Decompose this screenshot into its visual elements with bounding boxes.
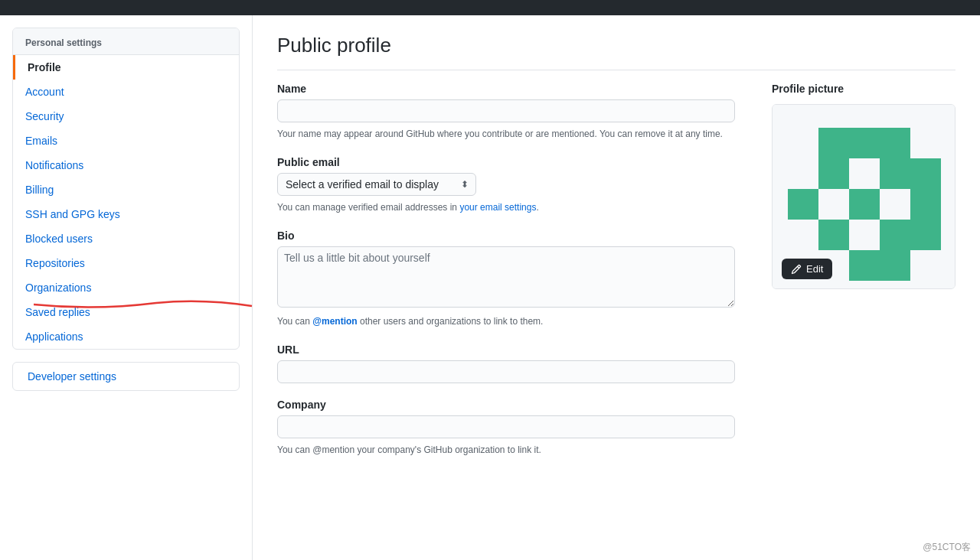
company-hint: You can @mention your company's GitHub o… bbox=[277, 443, 735, 457]
company-input[interactable] bbox=[277, 415, 735, 438]
svg-rect-11 bbox=[880, 189, 910, 220]
sidebar-item-account[interactable]: Account bbox=[13, 80, 239, 104]
svg-rect-4 bbox=[818, 158, 849, 189]
sidebar-item-notifications[interactable]: Notifications bbox=[13, 153, 239, 177]
svg-rect-15 bbox=[880, 220, 910, 250]
main-content: Public profile Name Your name may appear… bbox=[253, 15, 980, 560]
email-hint-prefix: You can manage verified email addresses … bbox=[277, 202, 459, 213]
sidebar-item-organizations[interactable]: Organizations bbox=[13, 275, 239, 300]
profile-picture-section: Profile picture bbox=[772, 83, 956, 472]
sidebar-item-saved-replies[interactable]: Saved replies bbox=[13, 300, 239, 324]
sidebar-personal-settings-header: Personal settings bbox=[13, 28, 239, 55]
url-input[interactable] bbox=[277, 360, 735, 383]
svg-rect-13 bbox=[818, 220, 849, 250]
public-email-group: Public email Select a verified email to … bbox=[277, 156, 735, 214]
pencil-icon bbox=[791, 264, 802, 275]
svg-rect-18 bbox=[880, 250, 910, 281]
edit-profile-picture-button[interactable]: Edit bbox=[782, 259, 832, 279]
svg-rect-8 bbox=[788, 189, 818, 220]
page-title: Public profile bbox=[277, 34, 956, 70]
sidebar-item-billing[interactable]: Billing bbox=[13, 177, 239, 202]
email-settings-link[interactable]: your email settings bbox=[459, 202, 536, 213]
sidebar-item-ssh-gpg[interactable]: SSH and GPG keys bbox=[13, 202, 239, 226]
svg-rect-6 bbox=[880, 158, 910, 189]
name-label: Name bbox=[277, 83, 735, 95]
name-group: Name Your name may appear around GitHub … bbox=[277, 83, 735, 141]
sidebar-item-applications[interactable]: Applications bbox=[13, 324, 239, 349]
svg-rect-7 bbox=[910, 158, 941, 189]
form-section: Name Your name may appear around GitHub … bbox=[277, 83, 956, 472]
bio-hint-suffix: other users and organizations to link to… bbox=[358, 316, 544, 327]
sidebar-item-profile[interactable]: Profile bbox=[13, 55, 239, 80]
email-hint: You can manage verified email addresses … bbox=[277, 200, 735, 214]
url-label: URL bbox=[277, 343, 735, 356]
sidebar-item-security[interactable]: Security bbox=[13, 104, 239, 129]
company-group: Company You can @mention your company's … bbox=[277, 399, 735, 457]
form-left: Name Your name may appear around GitHub … bbox=[277, 83, 735, 472]
bio-hint-prefix: You can bbox=[277, 316, 312, 327]
svg-rect-1 bbox=[818, 128, 849, 158]
name-hint-text: Your name may appear around GitHub where… bbox=[277, 129, 723, 139]
company-label: Company bbox=[277, 399, 735, 411]
email-select-wrapper: Select a verified email to display ⬍ bbox=[277, 173, 476, 196]
name-input[interactable] bbox=[277, 99, 735, 122]
svg-rect-14 bbox=[849, 220, 880, 250]
public-email-label: Public email bbox=[277, 156, 735, 168]
svg-rect-16 bbox=[910, 220, 941, 250]
mention-highlight: @mention bbox=[312, 316, 357, 327]
sidebar-personal-settings-section: Personal settings Profile Account Securi… bbox=[12, 28, 240, 350]
svg-rect-2 bbox=[849, 128, 880, 158]
name-hint: Your name may appear around GitHub where… bbox=[277, 127, 735, 141]
edit-button-label: Edit bbox=[806, 263, 823, 275]
sidebar-item-developer-settings[interactable]: Developer settings bbox=[13, 363, 239, 390]
svg-rect-12 bbox=[910, 189, 941, 220]
top-bar bbox=[0, 0, 980, 15]
bio-group: Bio You can @mention other users and org… bbox=[277, 230, 735, 328]
sidebar: Personal settings Profile Account Securi… bbox=[0, 15, 253, 560]
svg-rect-5 bbox=[849, 158, 880, 189]
sidebar-item-repositories[interactable]: Repositories bbox=[13, 251, 239, 275]
profile-picture-label: Profile picture bbox=[772, 83, 956, 95]
svg-rect-10 bbox=[849, 189, 880, 220]
svg-rect-17 bbox=[849, 250, 880, 281]
url-group: URL bbox=[277, 343, 735, 383]
email-select[interactable]: Select a verified email to display bbox=[277, 173, 476, 196]
profile-picture-container: Edit bbox=[772, 104, 956, 289]
watermark: @51CTO客 bbox=[923, 541, 971, 554]
svg-rect-9 bbox=[818, 189, 849, 220]
bio-label: Bio bbox=[277, 230, 735, 242]
bio-input[interactable] bbox=[277, 246, 735, 308]
svg-rect-3 bbox=[880, 128, 910, 158]
bio-hint: You can @mention other users and organiz… bbox=[277, 314, 735, 328]
sidebar-item-blocked-users[interactable]: Blocked users bbox=[13, 226, 239, 251]
email-hint-suffix: . bbox=[536, 202, 538, 213]
sidebar-developer-settings-section: Developer settings bbox=[12, 362, 240, 391]
sidebar-item-emails[interactable]: Emails bbox=[13, 129, 239, 153]
